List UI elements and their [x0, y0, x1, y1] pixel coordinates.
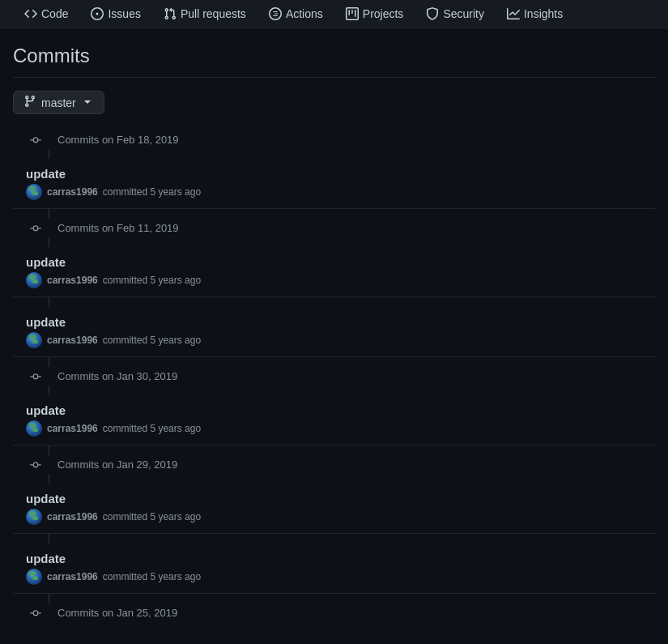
commit-date-text: Commits on Feb 11, 2019 [57, 222, 179, 234]
commit-item: updatecarras1996committed 5 years ago [13, 247, 655, 297]
issues-icon [91, 7, 104, 20]
vertical-line [49, 594, 655, 603]
commit-meta: carras1996committed 5 years ago [26, 569, 655, 585]
nav-code[interactable]: Code [13, 0, 79, 28]
commit-info: updatecarras1996committed 5 years ago [26, 552, 655, 585]
commit-info: updatecarras1996committed 5 years ago [26, 315, 655, 348]
commit-date-text: Commits on Jan 30, 2019 [57, 370, 177, 382]
code-icon [24, 7, 37, 20]
page-title: Commits [13, 45, 655, 78]
avatar [26, 184, 42, 200]
commit-author[interactable]: carras1996 [47, 571, 98, 582]
commit-dot-col [13, 223, 57, 234]
commit-time: committed 5 years ago [103, 186, 201, 198]
nav-issues-label: Issues [108, 7, 140, 20]
commits-area: Commits on Feb 18, 2019 updatecarras1996… [13, 130, 655, 622]
vertical-line [49, 474, 655, 484]
nav-code-label: Code [41, 7, 68, 20]
commit-date-text: Commits on Jan 25, 2019 [57, 607, 177, 619]
avatar [26, 420, 42, 437]
commit-message[interactable]: update [26, 315, 655, 329]
nav-issues[interactable]: Issues [79, 0, 151, 28]
commit-meta: carras1996committed 5 years ago [26, 509, 655, 525]
commit-dot-icon [30, 223, 41, 234]
avatar [26, 272, 42, 288]
commit-date-header: Commits on Jan 30, 2019 [13, 367, 655, 386]
commit-time: committed 5 years ago [103, 275, 201, 286]
vertical-line [49, 534, 655, 544]
vertical-line [49, 209, 655, 219]
page-content: Commits master Commits on Feb 18, 2019 u… [0, 28, 668, 638]
branch-icon [23, 95, 36, 110]
commit-message[interactable]: update [26, 552, 655, 565]
vertical-line [49, 446, 655, 455]
commit-time: committed 5 years ago [103, 423, 201, 434]
nav-pull-requests[interactable]: Pull requests [152, 0, 257, 28]
commit-item: updatecarras1996committed 5 years ago [13, 395, 655, 446]
commit-message[interactable]: update [26, 167, 655, 181]
commit-message[interactable]: update [26, 403, 655, 417]
commit-dot-col [13, 134, 57, 146]
commit-author[interactable]: carras1996 [47, 275, 98, 286]
commit-message[interactable]: update [26, 255, 655, 269]
nav-pr-label: Pull requests [181, 7, 246, 20]
avatar [26, 569, 42, 585]
commit-item: updatecarras1996committed 5 years ago [13, 159, 655, 209]
branch-selector[interactable]: master [13, 91, 104, 114]
commit-meta: carras1996committed 5 years ago [26, 420, 655, 437]
commit-author[interactable]: carras1996 [47, 423, 98, 434]
commit-date-header: Commits on Jan 25, 2019 [13, 603, 655, 622]
commit-time: committed 5 years ago [103, 571, 201, 582]
commit-item: updatecarras1996committed 5 years ago [13, 307, 655, 357]
nav-projects[interactable]: Projects [334, 0, 415, 28]
commit-time: committed 5 years ago [103, 335, 201, 346]
security-icon [426, 7, 439, 20]
commit-date-text: Commits on Jan 29, 2019 [57, 458, 177, 471]
branch-name: master [41, 96, 76, 109]
top-nav: Code Issues Pull requests Actions [0, 0, 668, 28]
vertical-line [49, 297, 655, 307]
commit-dot-icon [30, 134, 41, 146]
commit-dot-icon [30, 608, 41, 619]
chevron-down-icon [81, 95, 94, 110]
commit-dot-col [13, 371, 57, 382]
avatar [26, 332, 42, 348]
commit-date-header: Commits on Jan 29, 2019 [13, 455, 655, 474]
nav-actions-label: Actions [286, 7, 323, 20]
commit-meta: carras1996committed 5 years ago [26, 272, 655, 288]
vertical-line [49, 237, 655, 247]
commit-author[interactable]: carras1996 [47, 186, 98, 198]
commit-meta: carras1996committed 5 years ago [26, 332, 655, 348]
commit-info: updatecarras1996committed 5 years ago [26, 492, 655, 525]
nav-insights-label: Insights [524, 7, 563, 20]
commit-dot-col [13, 608, 57, 619]
commit-date-text: Commits on Feb 18, 2019 [57, 134, 179, 146]
nav-security[interactable]: Security [415, 0, 496, 28]
commit-meta: carras1996committed 5 years ago [26, 184, 655, 200]
vertical-line [49, 357, 655, 367]
avatar [26, 509, 42, 525]
commit-item: updatecarras1996committed 5 years ago [13, 484, 655, 534]
nav-actions[interactable]: Actions [257, 0, 334, 28]
nav-projects-label: Projects [363, 7, 404, 20]
commit-date-header: Commits on Feb 11, 2019 [13, 219, 655, 237]
commit-message[interactable]: update [26, 492, 655, 505]
pr-icon [164, 7, 177, 20]
commit-date-header: Commits on Feb 18, 2019 [13, 130, 655, 149]
vertical-line [49, 386, 655, 395]
vertical-line [49, 149, 655, 159]
commit-time: committed 5 years ago [103, 511, 201, 522]
commit-dot-col [13, 459, 57, 471]
commit-author[interactable]: carras1996 [47, 511, 98, 522]
actions-icon [269, 7, 282, 20]
nav-insights[interactable]: Insights [496, 0, 574, 28]
commit-author[interactable]: carras1996 [47, 335, 98, 346]
commit-info: updatecarras1996committed 5 years ago [26, 167, 655, 200]
commit-item: updatecarras1996committed 5 years ago [13, 544, 655, 594]
commit-info: updatecarras1996committed 5 years ago [26, 255, 655, 288]
projects-icon [346, 7, 359, 20]
commit-dot-icon [30, 371, 41, 382]
commit-info: updatecarras1996committed 5 years ago [26, 403, 655, 437]
commit-dot-icon [30, 459, 41, 471]
nav-security-label: Security [443, 7, 484, 20]
